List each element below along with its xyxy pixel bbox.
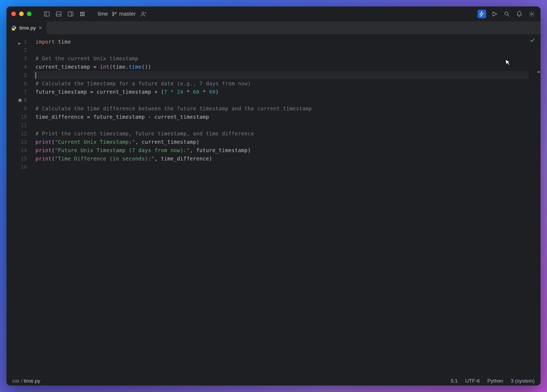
add-collaborator-icon[interactable] <box>139 10 148 18</box>
code-line[interactable]: print("Time Difference (in seconds):", t… <box>33 155 529 163</box>
encoding[interactable]: UTF-8 <box>465 378 480 384</box>
close-window-button[interactable] <box>11 12 16 16</box>
ai-assistant-icon[interactable] <box>478 10 486 18</box>
check-icon[interactable] <box>530 37 535 43</box>
left-panel-icon[interactable] <box>43 10 51 18</box>
code-line[interactable]: future_timestamp = current_timestamp + (… <box>33 88 529 96</box>
code-line[interactable] <box>33 96 529 104</box>
code-area[interactable]: import time# Get the current Unix timest… <box>33 34 529 376</box>
svg-point-18 <box>142 12 144 14</box>
project-name[interactable]: time <box>98 11 108 17</box>
inspection-column <box>529 34 536 376</box>
line-number[interactable]: 4 <box>6 63 33 71</box>
line-number[interactable]: 1▶ <box>6 38 33 46</box>
svg-point-11 <box>84 13 85 14</box>
breadcrumb-folder: car <box>12 378 19 384</box>
language-mode[interactable]: Python <box>487 378 503 384</box>
run-icon[interactable] <box>490 10 499 18</box>
line-number[interactable]: 7 <box>6 88 33 96</box>
line-number[interactable]: 15 <box>6 155 33 163</box>
code-line[interactable] <box>33 46 529 54</box>
tab-time-py[interactable]: time.py ✕ <box>6 22 47 34</box>
svg-point-16 <box>113 15 114 16</box>
code-line[interactable] <box>33 71 529 79</box>
svg-rect-0 <box>44 12 49 16</box>
code-line[interactable]: # Calculate the time difference between … <box>33 104 529 113</box>
svg-point-15 <box>113 12 114 13</box>
breakpoint-slot[interactable] <box>18 99 22 102</box>
svg-point-13 <box>82 15 83 16</box>
svg-point-10 <box>82 13 83 14</box>
code-line[interactable]: # Print the current timestamp, future ti… <box>33 130 529 138</box>
svg-point-7 <box>82 12 83 13</box>
svg-point-12 <box>80 15 81 16</box>
titlebar: time master <box>6 6 541 22</box>
line-number[interactable]: 14 <box>6 146 33 155</box>
line-number[interactable]: 6 <box>6 79 33 88</box>
svg-rect-2 <box>56 12 61 16</box>
line-number[interactable]: 13 <box>6 138 33 146</box>
svg-point-25 <box>13 26 13 26</box>
code-line[interactable] <box>33 163 529 171</box>
code-line[interactable]: time_difference = future_timestamp - cur… <box>33 113 529 121</box>
svg-line-23 <box>508 15 509 16</box>
breadcrumb-file: time.py <box>24 378 40 384</box>
line-number[interactable]: 12 <box>6 130 33 138</box>
right-panel-icon[interactable] <box>66 10 75 18</box>
svg-point-22 <box>505 12 508 15</box>
breadcrumb[interactable]: car / time.py <box>12 378 40 384</box>
svg-point-8 <box>84 12 85 13</box>
search-icon[interactable] <box>503 10 511 18</box>
notifications-icon[interactable] <box>515 10 523 18</box>
line-number[interactable]: 10 <box>6 113 33 121</box>
code-line[interactable] <box>33 121 529 130</box>
grid-menu-icon[interactable] <box>78 10 86 18</box>
branch-name: master <box>119 11 136 17</box>
window-controls <box>11 12 31 16</box>
code-line[interactable]: # Get the current Unix timestamp <box>33 54 529 63</box>
maximize-window-button[interactable] <box>27 12 31 16</box>
statusbar: car / time.py 5:1 UTF-8 Python 3 (system… <box>6 376 541 386</box>
code-line[interactable]: import time <box>33 38 529 46</box>
breadcrumb-separator: / <box>21 378 24 384</box>
line-number[interactable]: 5 <box>6 71 33 79</box>
scroll-markers[interactable] <box>536 34 541 376</box>
minimize-window-button[interactable] <box>19 12 24 16</box>
code-line[interactable]: # Calculate the timestamp for a future d… <box>33 79 529 88</box>
code-line[interactable]: print("Future Unix Timestamp (7 days fro… <box>33 146 529 155</box>
svg-point-6 <box>80 12 81 13</box>
line-number[interactable]: 8 <box>6 96 33 104</box>
svg-point-17 <box>115 12 116 13</box>
cursor-position[interactable]: 5:1 <box>451 378 458 384</box>
branch-icon <box>112 11 117 17</box>
svg-marker-21 <box>493 12 497 16</box>
interpreter[interactable]: 3 (system) <box>511 378 535 384</box>
line-number[interactable]: 2 <box>6 46 33 54</box>
svg-rect-4 <box>68 12 73 16</box>
code-line[interactable]: current_timestamp = int(time.time()) <box>33 63 529 71</box>
tab-filename: time.py <box>19 25 36 31</box>
editor[interactable]: 1▶2345678910111213141516 import time# Ge… <box>6 34 541 376</box>
python-file-icon <box>11 25 17 31</box>
ide-window: time master time.py ✕ 1▶2345678910111213… <box>6 6 541 386</box>
svg-point-9 <box>80 13 81 14</box>
close-tab-icon[interactable]: ✕ <box>38 25 42 31</box>
line-number[interactable]: 16 <box>6 163 33 171</box>
bottom-panel-icon[interactable] <box>55 10 63 18</box>
svg-point-14 <box>84 15 85 16</box>
line-number[interactable]: 11 <box>6 121 33 130</box>
line-number[interactable]: 9 <box>6 104 33 113</box>
git-branch[interactable]: master <box>112 11 136 17</box>
settings-icon[interactable] <box>528 10 536 18</box>
svg-point-24 <box>531 13 532 15</box>
code-line[interactable]: print("Current Unix Timestamp:", current… <box>33 138 529 146</box>
gutter[interactable]: 1▶2345678910111213141516 <box>6 34 33 376</box>
line-number[interactable]: 3 <box>6 54 33 63</box>
svg-point-26 <box>14 29 15 30</box>
caret-marker <box>537 72 540 72</box>
editor-tabs: time.py ✕ <box>6 22 541 34</box>
